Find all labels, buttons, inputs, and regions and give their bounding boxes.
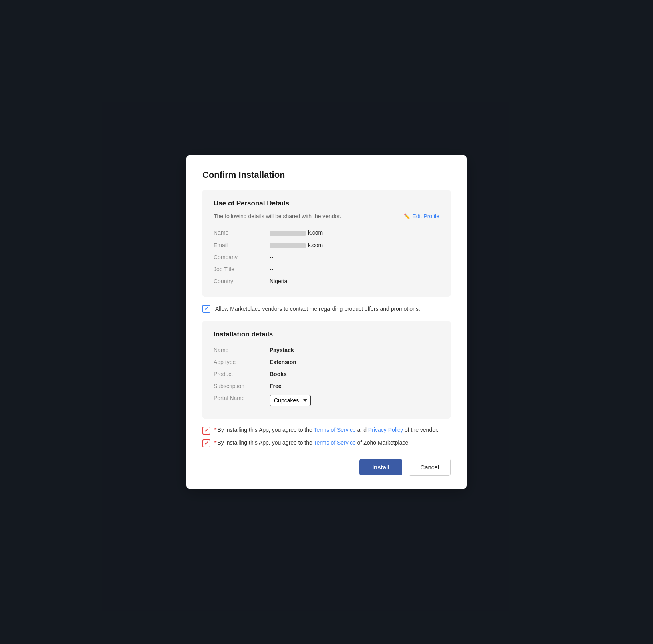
name-suffix: k.com: [308, 229, 323, 236]
table-row: Job Title --: [214, 263, 439, 275]
terms-text-2: *By installing this App, you agree to th…: [214, 439, 410, 446]
table-row: Company --: [214, 251, 439, 263]
modal-title: Confirm Installation: [202, 170, 451, 180]
table-row: Portal Name Cupcakes: [214, 392, 439, 409]
terms-of-service-link-1[interactable]: Terms of Service: [314, 427, 355, 433]
field-label-name: Name: [214, 227, 270, 239]
allow-contact-label: Allow Marketplace vendors to contact me …: [215, 306, 420, 312]
allow-contact-row[interactable]: Allow Marketplace vendors to contact me …: [202, 305, 451, 313]
field-value-email: k.com: [270, 239, 439, 251]
terms-row-2[interactable]: *By installing this App, you agree to th…: [202, 439, 451, 447]
field-label-product: Product: [214, 368, 270, 380]
table-row: App type Extension: [214, 356, 439, 368]
edit-profile-label: Edit Profile: [412, 213, 439, 219]
field-label-company: Company: [214, 251, 270, 263]
field-value-jobtitle: --: [270, 263, 439, 275]
confirm-installation-modal: Confirm Installation Use of Personal Det…: [186, 155, 467, 489]
installation-details-section: Installation details Name Paystack App t…: [202, 321, 451, 419]
terms-of-service-link-2[interactable]: Terms of Service: [314, 439, 355, 446]
terms-checkbox-1[interactable]: [202, 427, 210, 435]
edit-pencil-icon: ✏️: [404, 213, 410, 219]
table-row: Product Books: [214, 368, 439, 380]
field-value-country: Nigeria: [270, 275, 439, 287]
field-value-name: k.com: [270, 227, 439, 239]
field-label-app-type: App type: [214, 356, 270, 368]
modal-overlay: Confirm Installation Use of Personal Det…: [0, 0, 653, 644]
table-row: Country Nigeria: [214, 275, 439, 287]
table-row: Subscription Free: [214, 380, 439, 392]
asterisk-2: *: [214, 439, 216, 446]
field-value-app-type: Extension: [270, 356, 439, 368]
field-value-portal-name[interactable]: Cupcakes: [270, 392, 439, 409]
portal-name-select[interactable]: Cupcakes: [270, 395, 311, 406]
terms-text-1: *By installing this App, you agree to th…: [214, 427, 439, 433]
field-label-portal-name: Portal Name: [214, 392, 270, 409]
field-label-country: Country: [214, 275, 270, 287]
personal-section-subtitle-text: The following details will be shared wit…: [214, 213, 341, 219]
blurred-name-value: [270, 231, 306, 236]
field-label-subscription: Subscription: [214, 380, 270, 392]
field-value-inst-name: Paystack: [270, 344, 439, 356]
terms-checkbox-2[interactable]: [202, 439, 210, 447]
table-row: Name Paystack: [214, 344, 439, 356]
installation-details-table: Name Paystack App type Extension Product…: [214, 344, 439, 409]
actions-row: Install Cancel: [202, 459, 451, 476]
terms-row-1[interactable]: *By installing this App, you agree to th…: [202, 427, 451, 435]
allow-contact-checkbox[interactable]: [202, 305, 210, 313]
personal-details-section: Use of Personal Details The following de…: [202, 190, 451, 297]
asterisk-1: *: [214, 427, 216, 433]
personal-details-table: Name k.com Email k.com: [214, 227, 439, 287]
personal-section-heading: Use of Personal Details: [214, 199, 439, 207]
field-label-email: Email: [214, 239, 270, 251]
field-value-company: --: [270, 251, 439, 263]
table-row: Name k.com: [214, 227, 439, 239]
table-row: Email k.com: [214, 239, 439, 251]
field-label-inst-name: Name: [214, 344, 270, 356]
blurred-email-value: [270, 243, 306, 248]
install-button[interactable]: Install: [359, 459, 402, 475]
privacy-policy-link[interactable]: Privacy Policy: [368, 427, 403, 433]
edit-profile-link[interactable]: ✏️ Edit Profile: [404, 213, 439, 219]
email-suffix: k.com: [308, 242, 323, 248]
field-value-subscription: Free: [270, 380, 439, 392]
installation-section-heading: Installation details: [214, 330, 439, 338]
field-value-product: Books: [270, 368, 439, 380]
cancel-button[interactable]: Cancel: [409, 459, 451, 476]
field-label-jobtitle: Job Title: [214, 263, 270, 275]
personal-section-subtitle-row: The following details will be shared wit…: [214, 213, 439, 219]
